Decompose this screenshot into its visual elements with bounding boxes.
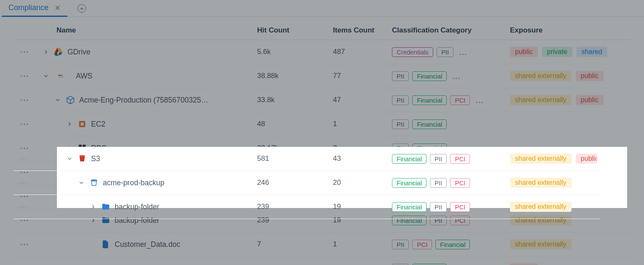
close-icon[interactable]: ✕ [54, 3, 61, 13]
tag-pii[interactable]: PII [392, 119, 409, 129]
tag-pci[interactable]: PCI [450, 178, 470, 188]
more-tags-icon[interactable]: … [457, 47, 469, 57]
results-table: Name Hit Count Items Count Classificatio… [13, 21, 631, 265]
tag-pii[interactable]: PII [430, 202, 447, 212]
row-actions-icon[interactable]: ⋯ [13, 171, 35, 195]
table-row[interactable]: ⋯backup-folder23919FinancialPIIPCIshared… [13, 195, 600, 219]
row-actions-icon[interactable]: ⋯ [13, 64, 35, 88]
items-count: 43 [330, 147, 389, 171]
pill-public[interactable]: public [576, 71, 604, 81]
chevron-down-icon[interactable] [66, 155, 73, 162]
row-actions-icon[interactable]: ⋯ [13, 195, 35, 219]
exposure-pills: public [510, 263, 627, 265]
tag-financial[interactable]: Financial [392, 154, 427, 164]
col-expo[interactable]: Exposure [507, 21, 631, 40]
tag-financial[interactable]: Financial [412, 71, 447, 81]
items-count: 47 [330, 88, 389, 112]
hit-count: 38.88k [254, 64, 330, 88]
chevron-down-icon[interactable] [54, 96, 62, 104]
tag-pii[interactable]: PII [430, 178, 447, 188]
table-header-row: Name Hit Count Items Count Classificatio… [13, 21, 631, 40]
tag-financial[interactable]: Financial [392, 178, 427, 188]
items-count: 487 [330, 40, 389, 64]
col-hits[interactable]: Hit Count [254, 21, 330, 40]
chevron-right-icon[interactable] [66, 120, 73, 128]
row-actions-icon[interactable]: ⋯ [13, 112, 35, 136]
table-row[interactable]: ⋯Customer_Data.doc71PIIPCIFinancialshare… [13, 233, 631, 257]
tag-financial[interactable]: Financial [412, 95, 447, 105]
tag-pci[interactable]: PCI [450, 154, 470, 164]
pill-public[interactable]: public [510, 263, 538, 265]
row-label: S3 [91, 154, 100, 163]
tab-compliance[interactable]: Compliance ✕ [2, 0, 67, 17]
pill-shared-ext[interactable]: shared externally [510, 202, 572, 212]
file-icon [101, 240, 110, 249]
table-row[interactable]: ⋯AWS38.88k77PIIFinancial…shared external… [13, 64, 631, 88]
row-actions-icon[interactable]: ⋯ [13, 147, 35, 171]
aws-icon [54, 71, 72, 81]
col-classif[interactable]: Classification Category [389, 21, 507, 40]
table-row[interactable]: ⋯Acme-Eng-Production (75856700325…33.8k4… [13, 88, 631, 112]
chevron-down-icon[interactable] [78, 179, 85, 187]
row-label: Acme-Eng-Production (75856700325… [79, 96, 208, 105]
col-items[interactable]: Items Count [330, 21, 389, 40]
row-label: Customer_Data.doc [115, 240, 180, 249]
tag-pii[interactable]: PII [392, 264, 409, 265]
classification-tags: PIIFinancialPCI… [392, 95, 503, 105]
tag-credentials[interactable]: Credentials [392, 47, 433, 57]
items-count: 19 [330, 195, 389, 219]
exposure-pills: publicprivateshared [510, 47, 627, 57]
chevron-placeholder [89, 241, 97, 248]
exposure-pills: shared externally [510, 239, 627, 249]
items-count: 1 [330, 233, 389, 257]
row-actions-icon[interactable]: ⋯ [13, 40, 35, 64]
more-tags-icon[interactable]: … [473, 95, 485, 105]
classification-tags: FinancialPIIPCI [392, 202, 503, 212]
row-label: backup-folder [115, 203, 159, 211]
row-label: GDrive [67, 48, 90, 57]
pill-public[interactable]: public [576, 154, 597, 164]
tag-pii[interactable]: PII [392, 240, 409, 249]
tag-pci[interactable]: PCI [450, 202, 470, 212]
tag-pci[interactable]: PCI [412, 240, 432, 249]
pill-shared-ext[interactable]: shared externally [510, 239, 572, 249]
exposure-pills: shared externally [510, 202, 597, 212]
pill-shared-ext[interactable]: shared externally [510, 71, 572, 81]
tag-pii[interactable]: PII [392, 95, 409, 105]
table-row[interactable]: ⋯S358143FinancialPIIPCIshared externally… [13, 147, 600, 171]
tag-financial[interactable]: Financial [392, 202, 427, 212]
table-row[interactable]: ⋯acme-prod-backup24620FinancialPIIPCIsha… [13, 171, 600, 195]
pill-shared-ext[interactable]: shared externally [510, 95, 572, 105]
tag-pii[interactable]: PII [437, 47, 453, 57]
more-tags-icon[interactable]: … [450, 71, 462, 81]
pill-public[interactable]: public [576, 95, 604, 105]
pill-private[interactable]: private [542, 47, 572, 57]
pill-public[interactable]: public [510, 47, 538, 57]
row-actions-icon[interactable]: ⋯ [13, 233, 35, 257]
pill-shared[interactable]: shared [577, 47, 607, 57]
tab-label: Compliance [8, 3, 48, 12]
pill-shared-ext[interactable]: shared externally [510, 154, 572, 164]
chevron-right-icon[interactable] [42, 48, 50, 56]
col-name[interactable]: Name [35, 21, 254, 40]
hit-count: 5.6k [254, 40, 330, 64]
tab-bar: Compliance ✕ + [0, 0, 644, 17]
add-tab-button[interactable]: + [78, 4, 86, 13]
hit-count: 7 [254, 233, 330, 257]
classification-tags: FinancialPIIPCI [392, 178, 503, 188]
tag-pii[interactable]: PII [392, 71, 409, 81]
table-row[interactable]: ⋯GDrive5.6k487CredentialsPII…publicpriva… [13, 40, 631, 64]
row-actions-icon[interactable]: ⋯ [13, 88, 35, 112]
table-row[interactable]: ⋯EC2481PIIFinancial [13, 112, 631, 136]
classification-tags: CredentialsPII… [392, 47, 503, 57]
table-row[interactable]: ⋯acme-prod-customers964PIIFinancialpubli… [13, 257, 631, 265]
chevron-right-icon[interactable] [89, 203, 97, 211]
pill-shared-ext[interactable]: shared externally [510, 178, 572, 188]
tag-financial[interactable]: Financial [412, 264, 447, 265]
tag-pii[interactable]: PII [430, 154, 447, 164]
tag-financial[interactable]: Financial [412, 119, 447, 129]
tag-pci[interactable]: PCI [450, 95, 470, 105]
chevron-down-icon[interactable] [42, 72, 50, 80]
row-actions-icon[interactable]: ⋯ [13, 257, 35, 265]
tag-financial[interactable]: Financial [435, 240, 470, 249]
